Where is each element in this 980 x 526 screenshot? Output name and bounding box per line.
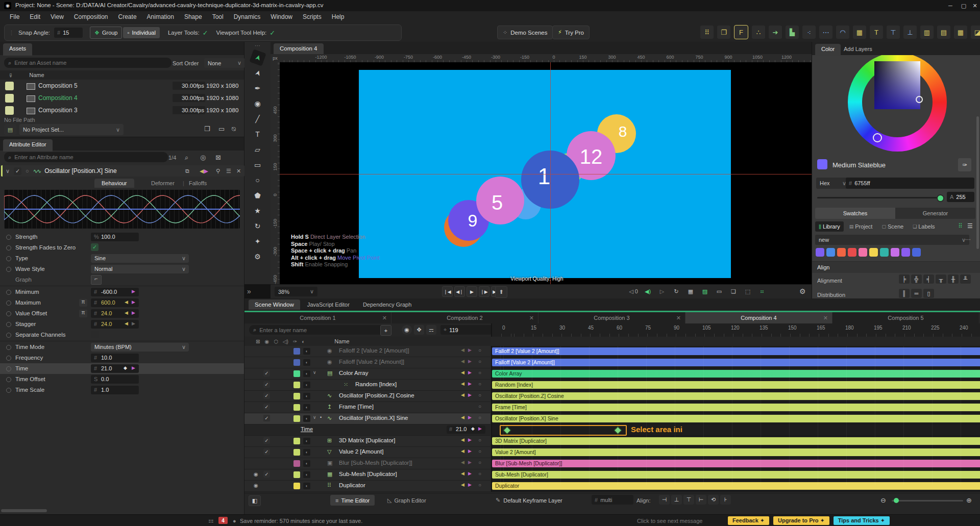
track-row[interactable]: Falloff [Value 2 [Amount]] (492, 357, 980, 368)
color-swatch[interactable] (826, 248, 835, 257)
layer-color-swatch[interactable] (293, 438, 300, 444)
keyframe-next-icon[interactable]: ▶ (468, 437, 472, 442)
keyframe-prev-icon[interactable]: ◀ (461, 381, 464, 386)
list-icon[interactable]: ☰ (226, 168, 231, 174)
default-keyframe-layer-dropdown[interactable]: ✎ Default Keyframe Layer (496, 495, 562, 506)
loop-icon[interactable]: ↻ (671, 286, 682, 296)
layer-color-swatch[interactable] (293, 471, 300, 478)
trail-arrow-icon[interactable]: ➔ (769, 26, 782, 39)
track-bar[interactable]: Falloff [Value 2 [Amount]] (492, 359, 980, 366)
time-sub-field[interactable]: #21.0◆▶ (447, 425, 485, 434)
stopwatch-icon[interactable]: ○ (478, 404, 481, 409)
eye-icon[interactable]: ◉ (264, 339, 269, 344)
graph-button[interactable]: ⌐ (91, 275, 102, 285)
hue-selector[interactable] (873, 133, 882, 142)
tab-deformer[interactable]: Deformer (151, 180, 175, 186)
layer-row[interactable]: ✓◐∨•∿Oscillator [Position.X] Sine◀▶○ (244, 413, 491, 424)
tab-generator[interactable]: Generator (895, 208, 975, 219)
stopwatch-icon[interactable]: ○ (478, 471, 481, 477)
layers-view-icon[interactable]: ❏ (728, 286, 739, 296)
layer-row[interactable]: ✓◐∿Oscillator [Position.Z] Cosine◀▶○ (244, 391, 491, 402)
swatch-list-view-icon[interactable]: ☰ (967, 222, 973, 230)
menu-item-composition[interactable]: Composition (69, 12, 113, 22)
current-frame-field[interactable]: ⌖ 119 (440, 325, 492, 335)
layer-row[interactable]: ✓◐↥Frame [Time]○ (244, 402, 491, 413)
comp-tab-composition-3[interactable]: Composition 3✕ (538, 312, 685, 323)
clip-icon[interactable]: ◪ (971, 26, 980, 39)
close-tab-icon[interactable]: ✕ (529, 315, 534, 321)
keyframe-next-icon[interactable]: ▶ (468, 460, 472, 465)
upgrade-pro-button[interactable]: Upgrade to Pro ✦ (773, 516, 829, 525)
try-pro-button[interactable]: ⚡ Try Pro (552, 26, 590, 39)
step-back-button[interactable]: ◀❘ (454, 286, 465, 297)
bounds-icon[interactable]: ⬚ (742, 286, 753, 296)
keyframe-prev-icon[interactable]: ◀ (461, 460, 464, 465)
alpha-slider-track[interactable] (817, 197, 940, 198)
layer-tools-check-icon[interactable]: ✓ (203, 29, 208, 37)
layer-row[interactable]: ◐◉Falloff 2 [Value 2 [Amount]]◀▶○ (244, 346, 491, 357)
library-tab-scene[interactable]: ▢Scene (878, 221, 907, 232)
grid-overlay-icon[interactable]: ▦ (685, 286, 696, 296)
keyframe-prev-icon[interactable]: ◀ (125, 321, 128, 326)
keyframe-next-icon[interactable]: ▶ (132, 289, 135, 294)
attribute-value-field[interactable]: #24.0◀▶ (91, 320, 139, 329)
layer-row[interactable]: ◉◐⠿Duplicator◀▶○ (244, 481, 491, 492)
layer-badge[interactable]: ◐ (303, 438, 310, 444)
keyframe-prev-icon[interactable]: ◀ (461, 471, 464, 476)
attribute-dot-icon[interactable] (6, 267, 11, 272)
enabled-check-icon[interactable]: ✓ (14, 167, 21, 175)
circle-5[interactable]: 5 (476, 177, 524, 224)
keyframe-prev-icon[interactable]: ◀ (461, 448, 464, 454)
alignment-icon[interactable]: ╥ (936, 274, 946, 284)
layer-badge[interactable]: ◐ (303, 370, 310, 377)
color-swatch[interactable] (880, 248, 889, 257)
snap-dots-icon[interactable]: ⠶ (756, 286, 768, 296)
keyframe-diamond-icon[interactable]: ◆ (124, 365, 127, 370)
snap-angle-field[interactable]: # 15 (54, 28, 83, 38)
tab-attribute-editor[interactable]: Attribute Editor (3, 139, 53, 152)
color-swatch[interactable] (869, 248, 878, 257)
alignment-icon[interactable]: ╬ (911, 274, 922, 284)
attribute-dot-icon[interactable] (6, 235, 11, 240)
play-small-icon[interactable]: ▷ (656, 286, 668, 296)
track-row[interactable]: Falloff 2 [Value 2 [Amount]] (492, 346, 980, 357)
project-dropdown[interactable]: No Project Set...∨ (19, 124, 124, 135)
layer-color-swatch[interactable] (293, 460, 300, 467)
keyframe-prev-icon[interactable]: ◀ (461, 415, 464, 420)
color-swatch[interactable] (816, 248, 824, 257)
menu-item-window[interactable]: Window (266, 12, 297, 22)
align-op-icon[interactable]: ⊤ (683, 495, 694, 505)
console-icon[interactable]: ⚏ (208, 517, 214, 524)
attribute-dropdown[interactable]: Sine∨ (91, 254, 189, 263)
stopwatch-icon[interactable]: ○ (478, 392, 481, 398)
asset-search-input[interactable]: ⌕ Enter an Asset name (4, 58, 172, 68)
attribute-value-field[interactable]: #21.0◆▶ (91, 364, 139, 373)
viewport-tab-composition4[interactable]: Composition 4 (274, 43, 324, 55)
eyedropper-button[interactable]: ✑ (958, 158, 971, 171)
stopwatch-icon[interactable]: ○ (478, 359, 481, 364)
track-row[interactable]: Random [Index] (492, 380, 980, 391)
selection-box[interactable] (500, 425, 627, 436)
pi-button[interactable]: π (79, 299, 87, 307)
target-attr-icon[interactable]: ◎ (200, 154, 206, 161)
keyframe-prev-icon[interactable]: ◀ (461, 392, 464, 397)
direct-select-tool[interactable]: ➤ (249, 64, 266, 81)
color-swatch[interactable] (912, 248, 921, 257)
color-swatch[interactable] (848, 248, 856, 257)
hierarchy-icon[interactable]: ⁖ (802, 26, 816, 39)
tab-dependency-graph[interactable]: Dependency Graph (357, 299, 418, 310)
distribution-icon[interactable]: ║ (899, 289, 910, 298)
collapse-chevron-icon[interactable]: ∨ (6, 168, 10, 174)
step-forward-button[interactable]: ❘▶ (479, 286, 489, 297)
add-layer-button[interactable]: + (380, 325, 391, 336)
keyframe-prev-icon[interactable]: ◀ (461, 482, 464, 487)
settings-tool[interactable]: ⚙ (251, 250, 264, 263)
color-panel-scrollbar[interactable] (976, 116, 979, 249)
layer-badge[interactable]: ◐ (303, 393, 310, 399)
tab-falloffs[interactable]: Falloffs (189, 180, 207, 186)
menu-item-help[interactable]: Help (327, 12, 349, 22)
next-message-link[interactable]: Click to see next message (637, 518, 702, 524)
keyframe-next-icon[interactable]: ▶ (468, 381, 472, 386)
cube-icon[interactable]: ⬡ (274, 339, 278, 344)
layer-badge[interactable]: ◐ (303, 460, 310, 467)
